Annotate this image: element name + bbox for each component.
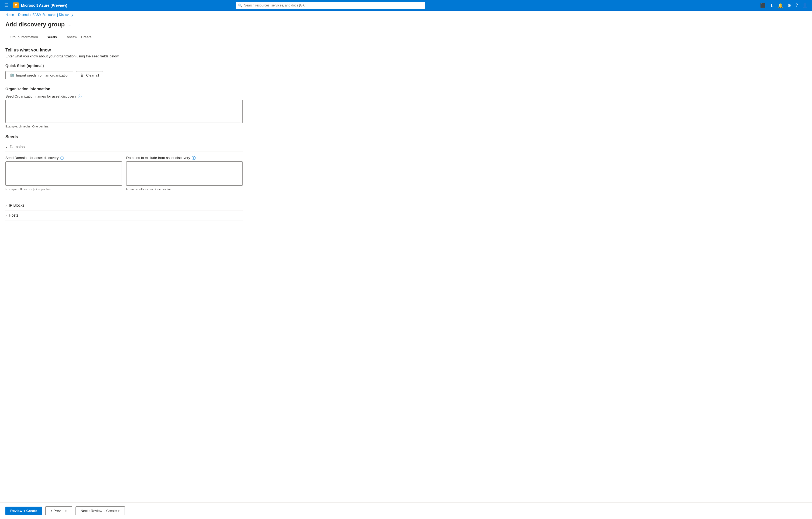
- top-nav: ☰ ⚙ Microsoft Azure (Preview) 🔍 ⬛ ⬇ 🔔 ⚙ …: [0, 0, 812, 11]
- domains-collapsible: ∨ Domains Seed Domains for asset discove…: [5, 143, 243, 201]
- seed-domains-info-icon[interactable]: i: [60, 156, 64, 160]
- breadcrumb-sep-1: ›: [16, 13, 17, 17]
- breadcrumb-defender[interactable]: Defender EASM Resource | Discovery: [18, 13, 73, 17]
- exclude-domains-input[interactable]: [126, 161, 243, 186]
- nav-icons: ⬛ ⬇ 🔔 ⚙ ? 👤: [759, 2, 809, 9]
- org-name-input[interactable]: [5, 100, 243, 123]
- settings-icon[interactable]: ⚙: [786, 2, 792, 9]
- ip-blocks-collapsible[interactable]: › IP Blocks: [5, 201, 243, 210]
- ip-blocks-label: IP Blocks: [9, 203, 25, 208]
- account-icon[interactable]: 👤: [801, 2, 809, 9]
- search-bar[interactable]: 🔍: [236, 2, 425, 9]
- hosts-collapsible[interactable]: › Hosts: [5, 210, 243, 220]
- breadcrumb-sep-2: ›: [75, 13, 76, 17]
- page-title: Add discovery group: [5, 21, 65, 28]
- domains-header[interactable]: ∨ Domains: [5, 143, 243, 151]
- clear-all-button[interactable]: 🗑 Clear all: [76, 71, 103, 79]
- hosts-label: Hosts: [9, 213, 19, 217]
- seed-domains-input[interactable]: [5, 161, 122, 186]
- import-icon: 🏢: [9, 73, 14, 77]
- quick-start-section: Quick Start (optional) 🏢 Import seeds fr…: [5, 64, 243, 79]
- hamburger-icon[interactable]: ☰: [3, 1, 10, 9]
- seed-domains-field-group: Seed Domains for asset discovery i Examp…: [5, 156, 122, 191]
- help-icon[interactable]: ?: [794, 2, 799, 9]
- notification-icon[interactable]: 🔔: [777, 2, 784, 9]
- cloud-shell-icon[interactable]: ⬛: [759, 2, 767, 9]
- ip-blocks-chevron-icon: ›: [5, 203, 7, 208]
- seeds-section: Seeds ∨ Domains Seed Domains for asset d…: [5, 134, 243, 220]
- more-options-icon[interactable]: ...: [67, 22, 71, 28]
- import-seeds-button[interactable]: 🏢 Import seeds from an organization: [5, 71, 74, 79]
- org-name-label: Seed Organization names for asset discov…: [5, 94, 243, 98]
- feedback-icon[interactable]: ⬇: [769, 2, 775, 9]
- main-desc: Enter what you know about your organizat…: [5, 54, 243, 58]
- org-info-title: Organization information: [5, 87, 243, 91]
- seeds-title: Seeds: [5, 134, 243, 139]
- tab-bar: Group Information Seeds Review + Create: [0, 32, 812, 42]
- main-title: Tell us what you know: [5, 48, 243, 53]
- main-content: Tell us what you know Enter what you kno…: [0, 42, 248, 242]
- domains-chevron-icon: ∨: [5, 145, 7, 149]
- exclude-domains-hint: Example: office.com | One per line.: [126, 188, 243, 191]
- tell-us-section: Tell us what you know Enter what you kno…: [5, 48, 243, 58]
- app-title: ⚙ Microsoft Azure (Preview): [13, 2, 67, 8]
- org-name-hint: Example: LinkedIn | One per line.: [5, 125, 243, 128]
- exclude-domains-info-icon[interactable]: i: [192, 156, 196, 160]
- tab-review-create[interactable]: Review + Create: [61, 32, 96, 42]
- domains-content: Seed Domains for asset discovery i Examp…: [5, 151, 243, 201]
- quick-start-title: Quick Start (optional): [5, 64, 243, 68]
- breadcrumb: Home › Defender EASM Resource | Discover…: [0, 11, 812, 19]
- search-icon: 🔍: [238, 3, 242, 7]
- app-icon: ⚙: [13, 2, 19, 8]
- org-name-info-icon[interactable]: i: [78, 95, 82, 98]
- exclude-domains-field-group: Domains to exclude from asset discovery …: [126, 156, 243, 191]
- breadcrumb-home[interactable]: Home: [5, 13, 14, 17]
- org-info-section: Organization information Seed Organizati…: [5, 87, 243, 128]
- tab-group-information[interactable]: Group Information: [5, 32, 42, 42]
- seed-domains-label: Seed Domains for asset discovery i: [5, 156, 122, 160]
- quick-start-buttons: 🏢 Import seeds from an organization 🗑 Cl…: [5, 71, 243, 79]
- page-header: Add discovery group ...: [0, 19, 812, 32]
- trash-icon: 🗑: [80, 73, 84, 77]
- hosts-chevron-icon: ›: [5, 213, 7, 217]
- domains-label: Domains: [10, 145, 25, 149]
- seed-domains-hint: Example: office.com | One per line.: [5, 188, 122, 191]
- org-name-field-group: Seed Organization names for asset discov…: [5, 94, 243, 128]
- exclude-domains-label: Domains to exclude from asset discovery …: [126, 156, 243, 160]
- search-input[interactable]: [244, 3, 423, 7]
- tab-seeds[interactable]: Seeds: [42, 32, 61, 42]
